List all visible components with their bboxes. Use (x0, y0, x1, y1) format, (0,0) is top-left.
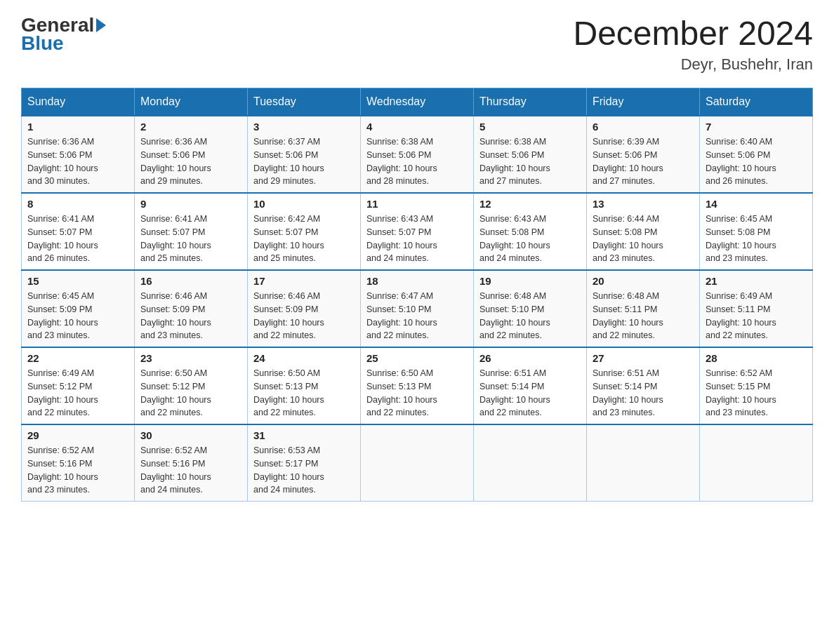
day-number: 11 (366, 198, 468, 210)
calendar-table: SundayMondayTuesdayWednesdayThursdayFrid… (21, 88, 813, 502)
calendar-cell: 30Sunrise: 6:52 AMSunset: 5:16 PMDayligh… (135, 424, 248, 502)
day-info: Sunrise: 6:44 AMSunset: 5:08 PMDaylight:… (593, 213, 694, 265)
calendar-cell: 23Sunrise: 6:50 AMSunset: 5:12 PMDayligh… (135, 347, 248, 424)
day-number: 19 (479, 275, 581, 287)
calendar-cell: 12Sunrise: 6:43 AMSunset: 5:08 PMDayligh… (474, 193, 587, 270)
calendar-cell: 25Sunrise: 6:50 AMSunset: 5:13 PMDayligh… (361, 347, 474, 424)
day-info: Sunrise: 6:45 AMSunset: 5:08 PMDaylight:… (706, 213, 807, 265)
day-number: 31 (253, 429, 355, 441)
day-info: Sunrise: 6:45 AMSunset: 5:09 PMDaylight:… (27, 290, 128, 342)
day-number: 18 (366, 275, 468, 287)
calendar-cell: 18Sunrise: 6:47 AMSunset: 5:10 PMDayligh… (361, 270, 474, 347)
day-number: 14 (706, 198, 807, 210)
day-number: 28 (706, 352, 807, 364)
calendar-cell: 24Sunrise: 6:50 AMSunset: 5:13 PMDayligh… (248, 347, 361, 424)
day-info: Sunrise: 6:49 AMSunset: 5:12 PMDaylight:… (27, 367, 128, 420)
day-number: 13 (593, 198, 694, 210)
day-number: 22 (27, 352, 128, 364)
day-info: Sunrise: 6:50 AMSunset: 5:12 PMDaylight:… (140, 367, 241, 420)
day-number: 7 (706, 121, 807, 133)
calendar-cell: 20Sunrise: 6:48 AMSunset: 5:11 PMDayligh… (587, 270, 700, 347)
calendar-cell (361, 424, 474, 502)
calendar-cell: 29Sunrise: 6:52 AMSunset: 5:16 PMDayligh… (22, 424, 135, 502)
calendar-cell: 21Sunrise: 6:49 AMSunset: 5:11 PMDayligh… (700, 270, 813, 347)
calendar-cell (700, 424, 813, 502)
calendar-cell: 19Sunrise: 6:48 AMSunset: 5:10 PMDayligh… (474, 270, 587, 347)
calendar-header-row: SundayMondayTuesdayWednesdayThursdayFrid… (22, 88, 813, 116)
calendar-cell (474, 424, 587, 502)
day-info: Sunrise: 6:46 AMSunset: 5:09 PMDaylight:… (253, 290, 355, 342)
calendar-cell: 22Sunrise: 6:49 AMSunset: 5:12 PMDayligh… (22, 347, 135, 424)
day-info: Sunrise: 6:53 AMSunset: 5:17 PMDaylight:… (253, 444, 355, 497)
day-number: 10 (253, 198, 355, 210)
day-info: Sunrise: 6:47 AMSunset: 5:10 PMDaylight:… (366, 290, 468, 342)
calendar-week-row: 8Sunrise: 6:41 AMSunset: 5:07 PMDaylight… (22, 193, 813, 270)
day-number: 8 (27, 198, 128, 210)
calendar-week-row: 22Sunrise: 6:49 AMSunset: 5:12 PMDayligh… (22, 347, 813, 424)
calendar-title: December 2024 (573, 14, 813, 53)
day-info: Sunrise: 6:42 AMSunset: 5:07 PMDaylight:… (253, 213, 355, 265)
calendar-cell: 9Sunrise: 6:41 AMSunset: 5:07 PMDaylight… (135, 193, 248, 270)
day-number: 3 (253, 121, 355, 133)
page-header: General Blue December 2024 Deyr, Bushehr… (21, 14, 813, 74)
logo: General Blue (21, 14, 106, 55)
logo-arrow-icon (96, 18, 106, 32)
calendar-cell: 3Sunrise: 6:37 AMSunset: 5:06 PMDaylight… (248, 116, 361, 193)
calendar-cell: 1Sunrise: 6:36 AMSunset: 5:06 PMDaylight… (22, 116, 135, 193)
calendar-cell (587, 424, 700, 502)
day-info: Sunrise: 6:48 AMSunset: 5:10 PMDaylight:… (479, 290, 581, 342)
day-number: 1 (27, 121, 128, 133)
calendar-cell: 13Sunrise: 6:44 AMSunset: 5:08 PMDayligh… (587, 193, 700, 270)
day-number: 26 (479, 352, 581, 364)
day-number: 6 (593, 121, 694, 133)
title-block: December 2024 Deyr, Bushehr, Iran (573, 14, 813, 74)
day-info: Sunrise: 6:51 AMSunset: 5:14 PMDaylight:… (593, 367, 694, 420)
day-number: 2 (140, 121, 241, 133)
day-info: Sunrise: 6:36 AMSunset: 5:06 PMDaylight:… (27, 135, 128, 188)
day-number: 20 (593, 275, 694, 287)
header-tuesday: Tuesday (248, 88, 361, 116)
day-info: Sunrise: 6:36 AMSunset: 5:06 PMDaylight:… (140, 135, 241, 188)
day-info: Sunrise: 6:38 AMSunset: 5:06 PMDaylight:… (366, 135, 468, 188)
day-number: 25 (366, 352, 468, 364)
header-friday: Friday (587, 88, 700, 116)
calendar-cell: 14Sunrise: 6:45 AMSunset: 5:08 PMDayligh… (700, 193, 813, 270)
day-number: 27 (593, 352, 694, 364)
day-info: Sunrise: 6:43 AMSunset: 5:08 PMDaylight:… (479, 213, 581, 265)
day-info: Sunrise: 6:50 AMSunset: 5:13 PMDaylight:… (366, 367, 468, 420)
calendar-cell: 17Sunrise: 6:46 AMSunset: 5:09 PMDayligh… (248, 270, 361, 347)
day-number: 15 (27, 275, 128, 287)
calendar-week-row: 29Sunrise: 6:52 AMSunset: 5:16 PMDayligh… (22, 424, 813, 502)
day-info: Sunrise: 6:52 AMSunset: 5:16 PMDaylight:… (140, 444, 241, 497)
day-info: Sunrise: 6:51 AMSunset: 5:14 PMDaylight:… (479, 367, 581, 420)
day-number: 21 (706, 275, 807, 287)
logo-blue: Blue (21, 32, 64, 55)
header-sunday: Sunday (22, 88, 135, 116)
calendar-cell: 7Sunrise: 6:40 AMSunset: 5:06 PMDaylight… (700, 116, 813, 193)
day-info: Sunrise: 6:38 AMSunset: 5:06 PMDaylight:… (479, 135, 581, 188)
calendar-cell: 11Sunrise: 6:43 AMSunset: 5:07 PMDayligh… (361, 193, 474, 270)
calendar-cell: 8Sunrise: 6:41 AMSunset: 5:07 PMDaylight… (22, 193, 135, 270)
day-number: 12 (479, 198, 581, 210)
day-info: Sunrise: 6:41 AMSunset: 5:07 PMDaylight:… (140, 213, 241, 265)
calendar-subtitle: Deyr, Bushehr, Iran (573, 55, 813, 74)
day-number: 4 (366, 121, 468, 133)
header-thursday: Thursday (474, 88, 587, 116)
header-monday: Monday (135, 88, 248, 116)
calendar-cell: 31Sunrise: 6:53 AMSunset: 5:17 PMDayligh… (248, 424, 361, 502)
calendar-week-row: 15Sunrise: 6:45 AMSunset: 5:09 PMDayligh… (22, 270, 813, 347)
day-info: Sunrise: 6:39 AMSunset: 5:06 PMDaylight:… (593, 135, 694, 188)
day-info: Sunrise: 6:50 AMSunset: 5:13 PMDaylight:… (253, 367, 355, 420)
day-number: 9 (140, 198, 241, 210)
day-info: Sunrise: 6:49 AMSunset: 5:11 PMDaylight:… (706, 290, 807, 342)
day-info: Sunrise: 6:43 AMSunset: 5:07 PMDaylight:… (366, 213, 468, 265)
day-number: 24 (253, 352, 355, 364)
calendar-week-row: 1Sunrise: 6:36 AMSunset: 5:06 PMDaylight… (22, 116, 813, 193)
calendar-cell: 5Sunrise: 6:38 AMSunset: 5:06 PMDaylight… (474, 116, 587, 193)
header-wednesday: Wednesday (361, 88, 474, 116)
calendar-cell: 6Sunrise: 6:39 AMSunset: 5:06 PMDaylight… (587, 116, 700, 193)
calendar-cell: 27Sunrise: 6:51 AMSunset: 5:14 PMDayligh… (587, 347, 700, 424)
calendar-cell: 4Sunrise: 6:38 AMSunset: 5:06 PMDaylight… (361, 116, 474, 193)
day-number: 5 (479, 121, 581, 133)
day-info: Sunrise: 6:52 AMSunset: 5:16 PMDaylight:… (27, 444, 128, 497)
